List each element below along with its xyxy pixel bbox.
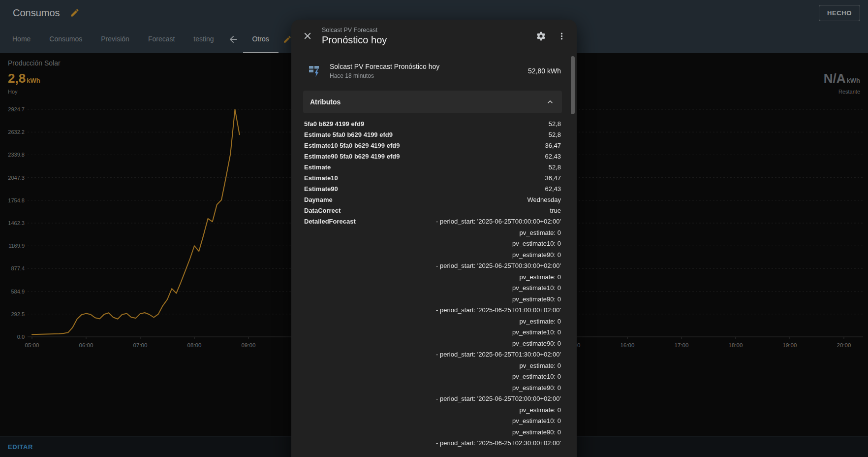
attribute-forecast-line: pv_estimate90: 0 <box>436 294 561 305</box>
attribute-row: Estimate10 5fa0 b629 4199 efd936,47 <box>304 140 561 151</box>
attribute-key: Estimate90 <box>304 184 338 195</box>
attribute-forecast-line: pv_estimate10: 0 <box>436 371 561 383</box>
attribute-forecast-line: - period_start: '2025-06-25T01:30:00+02:… <box>436 349 561 360</box>
solar-power-icon <box>304 61 324 81</box>
attribute-forecast-line: - period_start: '2025-06-25T00:00:00+02:… <box>436 216 561 228</box>
attribute-forecast-line: pv_estimate10: 0 <box>436 238 561 250</box>
entity-state-row: Solcast PV Forecast Pronóstico hoy Hace … <box>303 53 565 91</box>
more-options-icon[interactable] <box>551 26 572 46</box>
attribute-forecast-line: pv_estimate90: 0 <box>436 338 561 350</box>
attribute-value: 52,8 <box>549 119 561 130</box>
dialog-subtitle: Solcast PV Forecast <box>322 27 530 33</box>
settings-gear-icon[interactable] <box>530 26 551 46</box>
attribute-forecast-line: - period_start: '2025-06-25T02:30:00+02:… <box>436 438 561 449</box>
attribute-value: 62,43 <box>545 184 561 195</box>
attribute-key: Dayname <box>304 195 333 205</box>
attribute-row: Estimate52,8 <box>304 162 561 173</box>
attribute-forecast-line: pv_estimate90: 0 <box>436 250 561 261</box>
attribute-forecast-line: pv_estimate90: 0 <box>436 427 561 438</box>
attribute-forecast-line: pv_estimate10: 0 <box>436 283 561 294</box>
attribute-row: DataCorrecttrue <box>304 205 561 216</box>
attribute-row: DaynameWednesday <box>304 195 561 205</box>
dialog-title: Pronóstico hoy <box>322 34 530 46</box>
attribute-row: Estimate 5fa0 b629 4199 efd952,8 <box>304 130 561 140</box>
attributes-expander[interactable]: Atributos <box>303 91 562 113</box>
attribute-forecast-line: pv_estimate90: 0 <box>436 383 561 394</box>
attribute-value: 52,8 <box>549 162 561 173</box>
chevron-up-icon <box>545 97 555 107</box>
attribute-forecast-line: pv_estimate10: 0 <box>436 327 561 338</box>
attribute-forecast-line: pv_estimate: 0 <box>436 360 561 372</box>
attributes-header-label: Atributos <box>310 98 341 106</box>
attribute-key: DetailedForecast <box>304 216 356 227</box>
attribute-forecast-line: - period_start: '2025-06-25T01:00:00+02:… <box>436 305 561 316</box>
attribute-key: Estimate <box>304 162 331 173</box>
attribute-forecast-line: pv_estimate: 0 <box>436 405 561 416</box>
dialog-body: Solcast PV Forecast Pronóstico hoy Hace … <box>291 50 577 457</box>
dialog-titles: Solcast PV Forecast Pronóstico hoy <box>322 27 530 46</box>
dialog-header: Solcast PV Forecast Pronóstico hoy <box>291 20 577 50</box>
attribute-key: DataCorrect <box>304 205 341 216</box>
entity-texts: Solcast PV Forecast Pronóstico hoy Hace … <box>330 63 439 79</box>
dialog-scrollbar[interactable] <box>571 56 575 114</box>
attribute-forecast-line: pv_estimate: 0 <box>436 316 561 327</box>
attribute-key: Estimate90 5fa0 b629 4199 efd9 <box>304 151 400 162</box>
attribute-forecast-line: - period_start: '2025-06-25T00:30:00+02:… <box>436 261 561 272</box>
attribute-value: Wednesday <box>527 195 561 205</box>
entity-last-changed: Hace 18 minutos <box>330 72 439 79</box>
attribute-forecast-line: pv_estimate10: 0 <box>436 416 561 427</box>
attribute-row: Estimate9062,43 <box>304 184 561 195</box>
attributes-panel: Atributos 5fa0 b629 4199 efd952,8Estimat… <box>303 91 562 449</box>
attributes-list: 5fa0 b629 4199 efd952,8Estimate 5fa0 b62… <box>303 113 562 449</box>
attribute-key: Estimate10 <box>304 173 338 184</box>
attribute-value: true <box>550 205 561 216</box>
attribute-value: 36,47 <box>545 173 561 184</box>
attribute-forecast-line: pv_estimate: 0 <box>436 228 561 239</box>
attribute-key: Estimate 5fa0 b629 4199 efd9 <box>304 130 393 140</box>
close-icon[interactable] <box>297 26 318 46</box>
attribute-value: 62,43 <box>545 151 561 162</box>
attribute-key: 5fa0 b629 4199 efd9 <box>304 119 364 130</box>
entity-name: Solcast PV Forecast Pronóstico hoy <box>330 63 439 70</box>
attribute-row: Estimate1036,47 <box>304 173 561 184</box>
attribute-value: 52,8 <box>549 130 561 140</box>
attribute-value: - period_start: '2025-06-25T00:00:00+02:… <box>436 216 561 449</box>
attribute-key: Estimate10 5fa0 b629 4199 efd9 <box>304 140 400 151</box>
attribute-row: DetailedForecast- period_start: '2025-06… <box>304 216 561 449</box>
attribute-row: Estimate90 5fa0 b629 4199 efd962,43 <box>304 151 561 162</box>
attribute-row: 5fa0 b629 4199 efd952,8 <box>304 119 561 130</box>
entity-dialog: Solcast PV Forecast Pronóstico hoy Solca… <box>291 20 577 457</box>
attribute-value: 36,47 <box>545 140 561 151</box>
attribute-forecast-line: - period_start: '2025-06-25T02:00:00+02:… <box>436 393 561 405</box>
attribute-forecast-line: pv_estimate: 0 <box>436 272 561 283</box>
entity-state-value: 52,80 kWh <box>528 67 564 75</box>
